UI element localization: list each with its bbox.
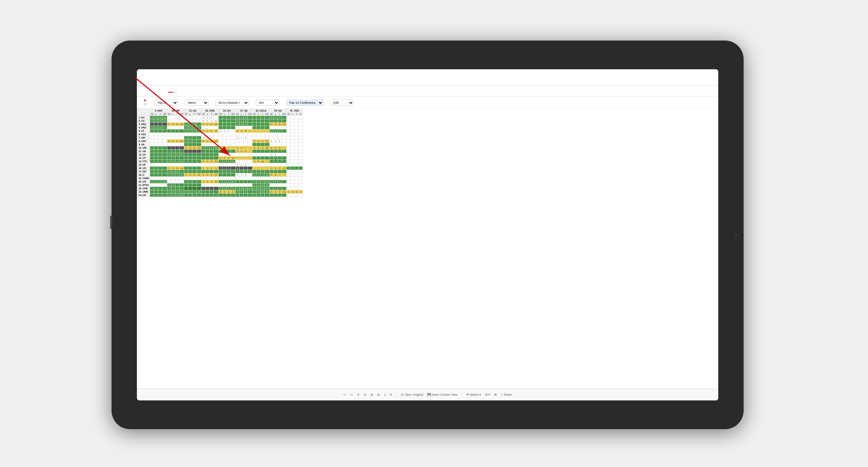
conference-select[interactable]: Pac-12 Conference: [286, 100, 323, 106]
team-name-cell: 22. UCB: [137, 187, 150, 190]
matrix-cell: 1: [184, 129, 188, 133]
radio-full-view[interactable]: [144, 99, 148, 102]
matrix-cell: 0: [175, 140, 179, 143]
max-teams-select[interactable]: Top 25: [154, 100, 178, 106]
matrix-cell: [218, 123, 222, 126]
matrix-cell: [273, 133, 278, 136]
matrix-cell: 18: [179, 153, 184, 156]
subnav-players-h2h-heatmap[interactable]: [206, 90, 211, 92]
matrix-cell: [150, 146, 154, 150]
matrix-cell: [287, 140, 291, 143]
matrix-cell: 2: [206, 167, 210, 170]
matrix-cell: [197, 167, 201, 170]
division-select[interactable]: NCAA Division I: [215, 100, 249, 106]
matrix-cell: 0: [244, 116, 248, 119]
team-name-cell: 10. UW: [137, 146, 150, 150]
matrix-cell: [184, 156, 188, 160]
zoom-in-button[interactable]: ⊕: [377, 393, 380, 396]
subnav-players-matrix[interactable]: [212, 90, 217, 92]
matrix-cell: [214, 194, 218, 197]
watch-button[interactable]: 👁 Watch ▾: [466, 393, 481, 396]
matrix-cell: [295, 156, 299, 160]
matrix-cell: [248, 177, 252, 180]
subnav-matrix[interactable]: [168, 89, 173, 93]
zoom-value: 1: [384, 393, 386, 396]
matrix-cell: [171, 116, 175, 119]
matrix-cell: [265, 150, 269, 153]
zoom-out-button[interactable]: ⊖: [364, 393, 366, 396]
matrix-cell: [269, 163, 273, 167]
subnav-players[interactable]: [182, 90, 187, 92]
matrix-cell: [214, 190, 218, 194]
save-custom-button[interactable]: 💾 Save Custom View: [427, 393, 457, 396]
matrix-cell: [295, 136, 299, 140]
matrix-cell: 1: [273, 116, 278, 119]
matrix-cell: [214, 126, 218, 129]
subnav-summary[interactable]: [150, 90, 155, 92]
subnav-h2h-grid[interactable]: [156, 90, 161, 92]
grid-button[interactable]: ⊞: [494, 393, 497, 396]
share-button[interactable]: ⤴ Share: [501, 393, 512, 396]
matrix-cell: 0: [192, 146, 197, 150]
gender-select[interactable]: Men's: [185, 100, 209, 106]
matrix-cell: 1: [214, 167, 218, 170]
matrix-cell: [244, 194, 248, 197]
matrix-cell: [257, 123, 261, 126]
options-button[interactable]: ⚙ ▾: [485, 393, 490, 396]
matrix-cell: 0: [175, 194, 179, 197]
matrix-cell: [197, 143, 201, 146]
matrix-cell: [201, 163, 206, 167]
reset-button[interactable]: ↺: [357, 393, 360, 396]
matrix-cell: [222, 170, 226, 173]
matrix-cell: [158, 170, 162, 173]
subnav-players-summary[interactable]: [188, 90, 193, 92]
table-row: 21. ETSU1001016: [137, 183, 303, 187]
team-name-cell: 17. GIT: [137, 170, 150, 173]
matrix-cell: [265, 123, 269, 126]
matrix-cell: [192, 180, 197, 183]
matrix-cell: [240, 183, 244, 187]
matrix-cell: [197, 119, 201, 123]
matrix-cell: 0: [192, 129, 197, 133]
matrix-cell: [291, 146, 295, 150]
matrix-cell: 6: [240, 123, 244, 126]
subnav-teams[interactable]: [144, 90, 149, 92]
matrix-cell: [295, 126, 299, 129]
undo-button[interactable]: ↩: [343, 393, 346, 396]
matrix-cell: [210, 126, 214, 129]
team-select[interactable]: (All): [330, 100, 354, 106]
matrix-cell: [236, 160, 240, 163]
matrix-cell: [192, 177, 197, 180]
matrix-scroll-area[interactable]: 3. ASU 10. UW 11. UA 22. UCB 24. UO 27. …: [137, 109, 718, 388]
matrix-cell: [197, 187, 201, 190]
view-original-button[interactable]: ⊡ View: Original: [401, 393, 423, 396]
matrix-cell: [299, 123, 303, 126]
matrix-cell: [179, 129, 184, 133]
matrix-cell: [206, 190, 210, 194]
matrix-cell: [248, 163, 252, 167]
matrix-cell: [265, 156, 269, 160]
team-name-cell: 12. UV: [137, 153, 150, 156]
refresh-button[interactable]: ⟳: [390, 393, 392, 396]
zoom-fit-button[interactable]: ⊞: [370, 393, 373, 396]
subnav-players-h2h-grid[interactable]: [200, 90, 205, 92]
team-name-cell: 15. UF: [137, 163, 150, 167]
matrix-cell: [261, 133, 265, 136]
matrix-cell: [167, 146, 171, 150]
subnav-players-detail[interactable]: [194, 90, 199, 92]
region-select[interactable]: N/A: [256, 100, 280, 106]
matrix-cell: [184, 116, 188, 119]
matrix-cell: [167, 129, 171, 133]
subnav-h2h-heatmap[interactable]: [162, 90, 167, 92]
matrix-cell: [261, 167, 265, 170]
matrix-cell: 4: [171, 123, 175, 126]
matrix-cell: [175, 156, 179, 160]
redo-button[interactable]: ↪: [350, 393, 353, 396]
matrix-cell: [150, 163, 154, 167]
matrix-cell: 2: [154, 116, 158, 119]
matrix-cell: 1: [240, 129, 244, 133]
matrix-cell: [248, 119, 252, 123]
radio-compact-view[interactable]: [144, 103, 148, 105]
matrix-cell: [252, 150, 257, 153]
matrix-cell: [171, 177, 175, 180]
